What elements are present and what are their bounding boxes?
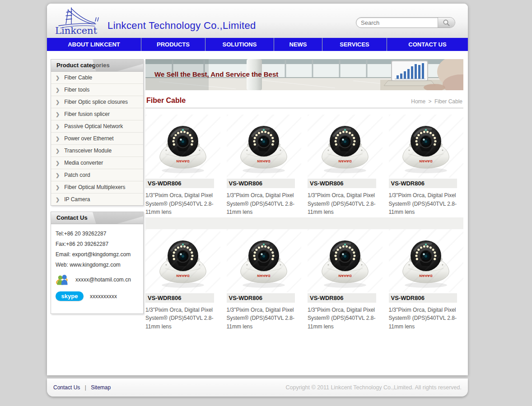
product-name[interactable]: VS-WDR806 [145, 179, 214, 188]
category-label: Fiber Optic splice closures [64, 99, 128, 105]
category-item[interactable]: ❯ Transceiver Module [51, 145, 143, 157]
chevron-right-icon: ❯ [56, 136, 60, 141]
contact-line: Email: export@kingdomgz.com [56, 251, 139, 258]
search-button[interactable] [438, 18, 455, 28]
title-divider [145, 108, 463, 108]
dome-camera-image: DAHAN [156, 118, 210, 175]
product-image[interactable]: DAHAN [389, 229, 464, 292]
product-image[interactable]: DAHAN [145, 115, 220, 178]
product-card[interactable]: DAHAN VS-WDR806 1/3"Pixim Orca, Digital … [308, 115, 383, 217]
category-item[interactable]: ❯ Passive Optical Network [51, 120, 143, 133]
product-card[interactable]: DAHAN VS-WDR806 1/3"Pixim Orca, Digital … [227, 229, 302, 331]
nav-item-contact-us[interactable]: CONTACT US [387, 38, 468, 51]
category-item[interactable]: ❯ Power over Ethernet [51, 133, 143, 145]
banner: We Sell the Best, And Service the Best [145, 59, 463, 90]
main-container: Linkcent Linkcent Technology Co.,Limited… [47, 4, 468, 375]
category-item[interactable]: ❯ Fiber Optic splice closures [51, 96, 143, 108]
nav-item-news[interactable]: NEWS [274, 38, 322, 51]
dome-camera-image: DAHAN [156, 232, 210, 289]
chevron-right-icon: ❯ [56, 197, 60, 202]
product-name[interactable]: VS-WDR806 [389, 293, 457, 303]
search-icon [443, 19, 450, 27]
category-label: Media converter [64, 160, 103, 166]
category-label: Fiber Cable [64, 74, 92, 81]
product-description: 1/3"Pixim Orca, Digital Pixel System® (D… [227, 306, 302, 331]
product-grid-row-1: DAHAN VS-WDR806 1/3"Pixim Orca, Digital … [145, 115, 463, 217]
product-name[interactable]: VS-WDR806 [308, 179, 376, 188]
product-description: 1/3"Pixim Orca, Digital Pixel System® (D… [227, 191, 302, 217]
skype-id: xxxxxxxxxx [90, 293, 117, 300]
chevron-right-icon: ❯ [56, 75, 60, 80]
footer-link-separator: | [85, 384, 86, 391]
product-card[interactable]: DAHAN VS-WDR806 1/3"Pixim Orca, Digital … [145, 115, 220, 217]
category-item[interactable]: ❯ Media converter [51, 157, 143, 169]
product-name[interactable]: VS-WDR806 [145, 293, 214, 303]
main-navigation: ABOUT LINKCENT PRODUCTS SOLUTIONS NEWS S… [47, 38, 468, 51]
search-form [356, 17, 455, 28]
category-item[interactable]: ❯ Fiber tools [51, 84, 143, 96]
company-name: Linkcent Technology Co.,Limited [107, 20, 256, 32]
search-input[interactable] [356, 18, 438, 28]
product-image[interactable]: DAHAN [308, 229, 383, 292]
product-image[interactable]: DAHAN [227, 229, 302, 292]
category-label: Fiber tools [64, 87, 89, 93]
chevron-right-icon: ❯ [56, 173, 60, 178]
product-image[interactable]: DAHAN [145, 229, 220, 292]
product-name[interactable]: VS-WDR806 [227, 293, 295, 303]
logo[interactable]: Linkcent [51, 5, 107, 37]
footer-link-sitemap[interactable]: Sitemap [91, 384, 111, 391]
contact-body: Tel:+86 20 39262287 Fax:+86 20 39262287 … [51, 224, 143, 314]
product-image[interactable]: DAHAN [227, 115, 302, 178]
dome-camera-image: DAHAN [399, 118, 453, 175]
chevron-right-icon: ❯ [56, 161, 60, 166]
footer-link-contact-us[interactable]: Contact Us [53, 384, 80, 391]
product-image[interactable]: DAHAN [389, 115, 464, 178]
dome-camera-image: DAHAN [237, 118, 290, 175]
page-title: Fiber Cable [146, 97, 186, 105]
category-item[interactable]: ❯ Fiber Optical Multiplexers [51, 181, 143, 194]
chevron-right-icon: ❯ [56, 185, 60, 190]
product-name[interactable]: VS-WDR806 [308, 293, 376, 303]
nav-item-products[interactable]: PRODUCTS [141, 38, 205, 51]
breadcrumb-home[interactable]: Home [411, 98, 425, 105]
category-label: IP Camera [64, 196, 90, 203]
category-label: Passive Optical Network [64, 123, 123, 129]
camera-brand-mark: DAHAN [176, 159, 189, 163]
camera-brand-mark: DAHAN [420, 274, 433, 278]
copyright-notice: Copyright © 2011 Linkcent Technology Co.… [285, 384, 462, 391]
row-divider-strip [145, 217, 463, 229]
msn-messenger-icon [56, 273, 69, 286]
category-item[interactable]: ❯ Fiber Cable [51, 72, 143, 84]
product-name[interactable]: VS-WDR806 [227, 179, 295, 188]
category-label: Power over Ethernet [64, 135, 113, 142]
product-card[interactable]: DAHAN VS-WDR806 1/3"Pixim Orca, Digital … [389, 115, 464, 217]
product-card[interactable]: DAHAN VS-WDR806 1/3"Pixim Orca, Digital … [227, 115, 302, 217]
category-item[interactable]: ❯ Patch cord [51, 169, 143, 181]
contact-us-box: Contact Us Tel:+86 20 39262287 Fax:+86 2… [51, 212, 144, 314]
product-card[interactable]: DAHAN VS-WDR806 1/3"Pixim Orca, Digital … [389, 229, 464, 331]
product-image[interactable]: DAHAN [308, 115, 383, 178]
category-label: Fiber fusion splicer [64, 111, 110, 117]
product-card[interactable]: DAHAN VS-WDR806 1/3"Pixim Orca, Digital … [308, 229, 383, 331]
product-categories-box: Product categories ❯ Fiber Cable ❯ Fiber… [51, 59, 144, 206]
camera-brand-mark: DAHAN [176, 274, 189, 278]
category-item[interactable]: ❯ Fiber fusion splicer [51, 108, 143, 120]
dome-camera-image: DAHAN [237, 232, 290, 289]
product-name[interactable]: VS-WDR806 [389, 179, 457, 188]
footer-links: Contact Us | Sitemap [53, 384, 111, 391]
product-card[interactable]: DAHAN VS-WDR806 1/3"Pixim Orca, Digital … [145, 229, 220, 331]
category-label: Fiber Optical Multiplexers [64, 184, 125, 190]
product-description: 1/3"Pixim Orca, Digital Pixel System® (D… [308, 306, 383, 331]
breadcrumb-current: Fiber Cable [434, 98, 462, 105]
breadcrumb-separator: > [429, 98, 432, 105]
nav-item-about-linkcent[interactable]: ABOUT LINKCENT [47, 38, 141, 51]
nav-item-services[interactable]: SERVICES [322, 38, 387, 51]
nav-item-solutions[interactable]: SOLUTIONS [205, 38, 274, 51]
category-item[interactable]: ❯ IP Camera [51, 194, 143, 205]
category-label: Transceiver Module [64, 148, 112, 154]
breadcrumb: Home > Fiber Cable [411, 98, 462, 105]
main-column: We Sell the Best, And Service the Best F… [145, 59, 463, 331]
dome-camera-image: DAHAN [318, 118, 372, 175]
title-row: Fiber Cable Home > Fiber Cable [145, 97, 463, 105]
camera-brand-mark: DAHAN [257, 274, 271, 278]
